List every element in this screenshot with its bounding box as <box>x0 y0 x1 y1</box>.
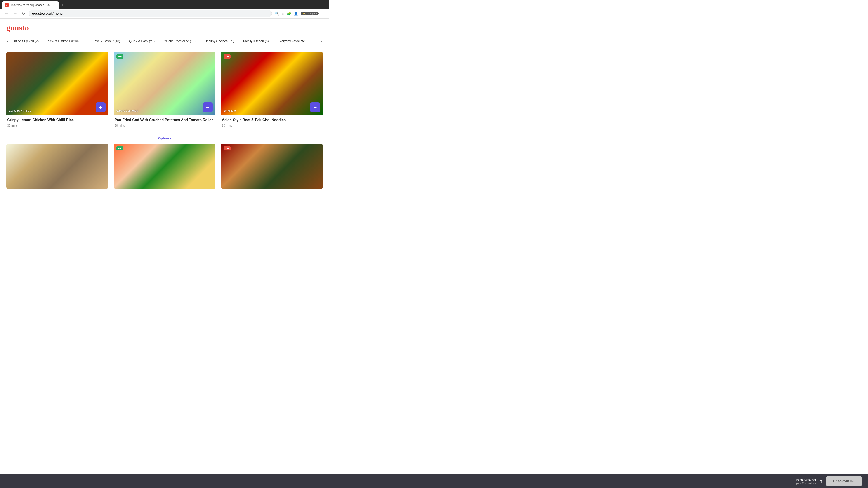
tab-favicon: g <box>5 3 8 7</box>
options-label[interactable]: Options <box>0 133 329 144</box>
site-header: gousto <box>0 19 329 35</box>
back-button[interactable]: ← <box>4 10 9 17</box>
category-everyday[interactable]: Everyday Favourite <box>273 36 310 46</box>
meal-card-image-2: GF Calorie Controlled + <box>114 52 216 115</box>
bottom-card-image-2: DF <box>114 144 216 189</box>
tab-bar: g This Week's Menu | Choose Fro... ✕ + <box>0 0 329 8</box>
bookmark-icon[interactable]: ☆ <box>281 11 285 15</box>
category-tag-1: Loved by Families <box>9 109 31 112</box>
category-healthy[interactable]: Healthy Choices (35) <box>200 36 239 46</box>
profile-icon[interactable]: 👤 <box>293 11 298 15</box>
category-new-limited[interactable]: New & Limited Edition (8) <box>43 36 88 46</box>
meal-info-1: Crispy Lemon Chicken With Chilli Rice 35… <box>6 115 108 129</box>
url-text: gousto.co.uk/menu <box>32 11 63 15</box>
meal-title-2: Pan-Fried Cod With Crushed Potatoes And … <box>115 118 215 123</box>
meal-title-3: Asian-Style Beef & Pak Choi Noodles <box>222 118 322 123</box>
cat-nav-right-arrow[interactable]: › <box>319 35 323 47</box>
category-nav-items: ntine's By You (2) New & Limited Edition… <box>10 36 320 46</box>
search-icon[interactable]: 🔍 <box>275 11 279 15</box>
meal-card-image-3: DF 10-Minute + <box>221 52 323 115</box>
incognito-badge: 🕵 Incognito <box>301 11 319 15</box>
forward-button[interactable]: → <box>12 10 18 17</box>
meal-time-2: 20 mins <box>115 124 215 127</box>
meal-card-image-1: Loved by Families + <box>6 52 108 115</box>
menu-icon[interactable]: ⋮ <box>321 11 326 16</box>
badge-df-3: DF <box>223 55 230 59</box>
category-nav: ‹ ntine's By You (2) New & Limited Editi… <box>0 35 329 47</box>
category-save-savour[interactable]: Save & Savour (10) <box>88 36 125 46</box>
bottom-card-1[interactable] <box>6 144 108 189</box>
meal-card-1[interactable]: Loved by Families + Crispy Lemon Chicken… <box>6 52 108 129</box>
active-tab[interactable]: g This Week's Menu | Choose Fro... ✕ <box>2 1 59 8</box>
category-quick-easy[interactable]: Quick & Easy (23) <box>125 36 159 46</box>
meal-info-3: Asian-Style Beef & Pak Choi Noodles 10 m… <box>221 115 323 129</box>
meal-cards-grid: Loved by Families + Crispy Lemon Chicken… <box>6 52 323 129</box>
logo[interactable]: gousto <box>6 23 323 33</box>
meal-cards-section: Loved by Families + Crispy Lemon Chicken… <box>0 47 329 133</box>
category-calorie[interactable]: Calorie Controlled (15) <box>159 36 200 46</box>
url-bar[interactable]: gousto.co.uk/menu <box>29 10 272 17</box>
badge-df-5: DF <box>116 147 123 151</box>
category-tag-3: 10-Minute <box>223 109 236 112</box>
browser-icons: 🔍 ☆ 🧩 👤 <box>275 11 298 15</box>
bottom-card-2[interactable]: DF <box>114 144 216 189</box>
bottom-cards-grid: DF DF <box>0 144 329 189</box>
bottom-card-3[interactable]: DF <box>221 144 323 189</box>
bottom-card-image-1 <box>6 144 108 189</box>
extensions-icon[interactable]: 🧩 <box>287 11 291 15</box>
meal-card-2[interactable]: GF Calorie Controlled + Pan-Fried Cod Wi… <box>114 52 216 129</box>
new-tab-button[interactable]: + <box>59 2 66 8</box>
tab-title: This Week's Menu | Choose Fro... <box>10 3 51 6</box>
meal-info-2: Pan-Fried Cod With Crushed Potatoes And … <box>114 115 216 129</box>
page-content: gousto ‹ ntine's By You (2) New & Limite… <box>0 19 329 189</box>
add-meal-button-1[interactable]: + <box>96 102 105 112</box>
add-meal-button-2[interactable]: + <box>203 102 213 112</box>
reload-button[interactable]: ↻ <box>21 10 26 17</box>
cat-nav-left-arrow[interactable]: ‹ <box>6 35 10 47</box>
incognito-icon: 🕵 <box>303 12 306 15</box>
category-tag-2: Calorie Controlled <box>116 109 138 112</box>
meal-title-1: Crispy Lemon Chicken With Chilli Rice <box>7 118 107 123</box>
category-valentines[interactable]: ntine's By You (2) <box>10 36 43 46</box>
add-meal-button-3[interactable]: + <box>310 102 320 112</box>
tab-close-button[interactable]: ✕ <box>53 3 56 7</box>
badge-df-6: DF <box>223 147 230 151</box>
category-family[interactable]: Family Kitchen (5) <box>239 36 273 46</box>
bottom-card-image-3: DF <box>221 144 323 189</box>
address-bar: ← → ↻ gousto.co.uk/menu 🔍 ☆ 🧩 👤 🕵 Incogn… <box>0 8 329 19</box>
meal-time-3: 10 mins <box>222 124 322 127</box>
meal-card-3[interactable]: DF 10-Minute + Asian-Style Beef & Pak Ch… <box>221 52 323 129</box>
meal-time-1: 35 mins <box>7 124 107 127</box>
badge-gf-2: GF <box>116 55 123 59</box>
